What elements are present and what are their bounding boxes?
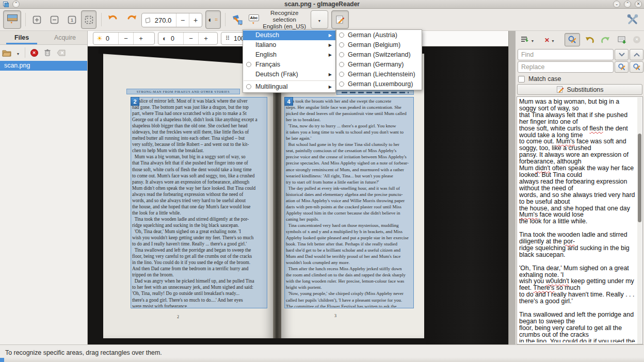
menu-item-german-belgium-[interactable]: German (Belgium): [336, 40, 422, 50]
menu-item-german-austria-[interactable]: German (Austria): [336, 30, 422, 40]
scan-text-line: 'Oh, Tina, really! Do go outside until b…: [132, 290, 266, 297]
ocr-selection-region-4[interactable]: 4 Tina took the broom with her and she s…: [284, 97, 414, 308]
toggle-output-pane-button[interactable]: [331, 10, 349, 29]
brightness-control[interactable]: ☀ 0 − +: [93, 32, 155, 45]
brightness-decrease-button[interactable]: −: [118, 32, 133, 44]
tab-files[interactable]: Files: [0, 31, 43, 44]
window-minimize-button[interactable]: ⌄: [613, 1, 620, 8]
radio-icon: [339, 62, 344, 67]
menu-item-multilingual[interactable]: Multilingual: [243, 82, 335, 92]
menu-item-english[interactable]: English: [243, 50, 335, 60]
redo-button[interactable]: [598, 33, 612, 46]
rotate-page-icon: [146, 17, 151, 23]
open-dropdown-button[interactable]: [13, 46, 23, 59]
rotate-right-button[interactable]: [124, 10, 139, 29]
scan-text-line: Mum and Dad would be terribly proud of h…: [286, 253, 412, 259]
contrast-increase-button[interactable]: +: [198, 32, 213, 44]
tab-acquire[interactable]: Acquire: [43, 31, 87, 44]
menu-item-german-liechtenstein-[interactable]: German (Liechtenstein): [336, 70, 422, 79]
statusbar: To recognize specific areas, drag rectan…: [0, 344, 644, 362]
undo-button[interactable]: [583, 33, 597, 46]
scan-text-line: picked the dead leaves off the passionfr…: [286, 110, 412, 117]
find-next-button[interactable]: [615, 49, 629, 60]
rotate-left-button[interactable]: [105, 10, 121, 29]
output-scrollbar[interactable]: [637, 97, 642, 344]
contrast-control[interactable]: ◐ 0 − +: [158, 32, 218, 45]
menu-item-deutsch[interactable]: Deutsch: [243, 30, 335, 40]
scan-text-line: in the lino. You could do it if you used…: [132, 259, 266, 266]
strikeout-icon: [544, 35, 550, 44]
menu-item-fran-ais[interactable]: Français: [243, 60, 335, 70]
menu-item-deutsch-frak-[interactable]: Deutsch (Frak): [243, 70, 335, 79]
magic-wand-icon: [232, 14, 243, 25]
ocr-selection-region-2[interactable]: 2 y a slice of mirror left. Most of it w…: [131, 97, 267, 308]
zoom-original-button[interactable]: 1: [65, 10, 79, 29]
scan-text-line: Tina swallowed and left the porridge and…: [132, 247, 266, 253]
output-textarea[interactable]: Mum was a big woman, but big in a soggy …: [517, 96, 643, 344]
substitutions-button[interactable]: Substitutions: [517, 84, 642, 95]
substitutions-icon: [556, 86, 564, 93]
dropdown-arrow-icon: [531, 35, 535, 44]
status-message: To recognize specific areas, drag rectan…: [5, 349, 162, 356]
file-list-item[interactable]: scan.png: [0, 61, 87, 71]
scan-text-line: Appleby looked quite pleased and put a p…: [286, 235, 412, 241]
insert-mode-icon: [521, 36, 529, 44]
scan-text-line: George out of a shapeless blob, didn't l…: [132, 117, 266, 123]
recognize-button[interactable]: Recognize selection English (en_US): [249, 10, 309, 29]
remove-file-button[interactable]: ✕: [27, 46, 41, 59]
zoom-out-icon: [50, 15, 59, 24]
rotation-increase-button[interactable]: +: [189, 13, 202, 27]
rotation-spinbox[interactable]: 270.0 − +: [141, 13, 202, 27]
save-output-button[interactable]: [615, 33, 629, 46]
strikeout-button[interactable]: [540, 33, 559, 46]
scan-text-line: with the long wooden ruler. Her precise,…: [286, 278, 412, 284]
match-case-checkbox[interactable]: [518, 76, 525, 83]
zoom-fit-button[interactable]: [81, 10, 96, 29]
replace-all-button[interactable]: [630, 61, 643, 73]
find-replace-toggle-button[interactable]: [565, 33, 580, 46]
scan-text-line: 'Oh, Tina dear,' Mum sighed on a great e…: [132, 228, 266, 235]
zoom-original-icon: 1: [68, 15, 76, 24]
menu-item-german-luxembourg-[interactable]: German (Luxembourg): [336, 79, 422, 89]
menu-item-german-switzerland-[interactable]: German (Switzerland): [336, 50, 422, 60]
clear-files-button[interactable]: [54, 46, 68, 59]
submenu-arrow-icon: [329, 50, 332, 60]
settings-button[interactable]: [624, 10, 641, 29]
pane-splitter[interactable]: [508, 31, 516, 344]
image-adjust-button[interactable]: [205, 10, 221, 29]
scan-text-line: there's a good girl. There's so much to …: [132, 297, 266, 303]
brightness-increase-button[interactable]: +: [133, 32, 148, 44]
window-close-button[interactable]: ✕: [635, 1, 642, 8]
zoom-in-button[interactable]: [29, 10, 44, 29]
zoom-out-button[interactable]: [47, 10, 61, 29]
misspelled-word: Mum's: [519, 211, 538, 218]
find-input[interactable]: [518, 49, 614, 60]
delete-file-button[interactable]: [41, 46, 54, 59]
replace-button[interactable]: [615, 61, 629, 73]
german-submenu: German (Austria)German (Belgium)German (…: [336, 29, 422, 90]
scan-text-line: wish you wouldn't keep getting under my …: [132, 235, 266, 241]
auto-layout-button[interactable]: [229, 10, 246, 29]
insert-mode-button[interactable]: [518, 33, 537, 46]
rotation-decrease-button[interactable]: −: [176, 13, 189, 27]
scan-text-line: Mum was a big woman, but big in a soggy …: [132, 154, 266, 160]
menu-item-german-germany-[interactable]: German (Germany): [336, 60, 422, 70]
selection-2-text: y a slice of mirror left. Most of it was…: [132, 98, 266, 307]
left-running-header: STRONG-MAN FROM PIRAEUS AND OTHER STORIE…: [126, 89, 240, 94]
recognize-language-dropdown[interactable]: [311, 10, 328, 29]
replace-all-icon: [633, 63, 641, 71]
open-file-button[interactable]: [0, 46, 13, 59]
clear-output-button[interactable]: [631, 33, 642, 46]
scrollbar-thumb[interactable]: [638, 134, 641, 222]
submenu-arrow-icon: [329, 40, 332, 50]
window-restore-button[interactable]: ⌃: [624, 1, 631, 8]
scan-text-line: ridge squelching and sucking in the big …: [132, 222, 266, 228]
menu-item-italiano[interactable]: Italiano: [243, 40, 335, 50]
rotation-value[interactable]: 270.0: [150, 17, 176, 24]
contrast-decrease-button[interactable]: −: [183, 32, 198, 44]
scan-text-line: historical dates and elementary algebra …: [286, 191, 412, 198]
replace-input[interactable]: [518, 61, 614, 73]
toggle-controls-button[interactable]: ▼: [3, 10, 21, 29]
trash-icon: [44, 48, 51, 57]
find-prev-button[interactable]: [630, 49, 643, 60]
